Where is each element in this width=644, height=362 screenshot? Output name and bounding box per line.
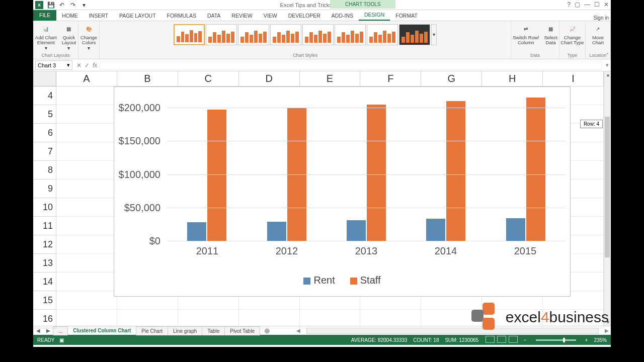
chart-style-1[interactable] (174, 24, 205, 45)
view-page-break-icon[interactable] (509, 336, 518, 343)
hscroll-left-icon[interactable]: ◀ (294, 328, 302, 333)
chart-style-3[interactable] (238, 24, 269, 45)
select-all-corner[interactable] (33, 71, 56, 86)
tab-page-layout[interactable]: PAGE LAYOUT (114, 11, 162, 21)
column-header-F[interactable]: F (360, 71, 421, 86)
column-header-D[interactable]: D (239, 71, 300, 86)
tab-add-ins[interactable]: ADD-INS (326, 11, 359, 21)
horizontal-scrollbar[interactable] (306, 328, 599, 334)
chart-bar-rent-2011[interactable] (187, 222, 206, 241)
zoom-out-icon[interactable]: − (524, 337, 527, 343)
column-header-H[interactable]: H (482, 71, 543, 86)
tab-review[interactable]: REVIEW (226, 11, 258, 21)
column-header-E[interactable]: E (300, 71, 361, 86)
switch-row-column-button[interactable]: ⇄Switch Row/ Column (511, 23, 541, 47)
chart-bar-rent-2013[interactable] (347, 220, 366, 241)
chart-bar-rent-2012[interactable] (267, 222, 286, 241)
macro-record-icon[interactable]: ▣ (59, 337, 64, 343)
expand-formula-bar-icon[interactable]: ▾ (604, 62, 611, 68)
chart-bar-staff-2013[interactable] (367, 105, 386, 241)
sheet-nav-next[interactable]: ▶ (43, 328, 53, 333)
zoom-level[interactable]: 235% (594, 337, 607, 343)
quick-layout-button[interactable]: ▦ Quick Layout▾ (60, 23, 78, 52)
chart-bar-rent-2014[interactable] (426, 219, 445, 241)
tab-formulas[interactable]: FORMULAS (162, 11, 202, 21)
name-box[interactable]: Chart 3▾ (35, 60, 72, 70)
chart-object[interactable]: $0$50,000$100,000$150,000$200,000 201120… (114, 86, 571, 297)
scroll-up-icon[interactable]: ▲ (606, 72, 610, 77)
row-header-9[interactable]: 9 (33, 179, 56, 198)
tab-insert[interactable]: INSERT (84, 11, 114, 21)
chart-style-6[interactable] (335, 24, 366, 45)
tab-file[interactable]: FILE (33, 10, 56, 21)
hscroll-right-icon[interactable]: ▶ (603, 328, 611, 333)
redo-icon[interactable]: ↷ (69, 2, 76, 9)
chart-bar-rent-2015[interactable] (506, 218, 525, 241)
chart-style-8[interactable] (399, 24, 430, 45)
vertical-scrollbar[interactable]: ▲ ▼ (604, 71, 611, 326)
row-header-15[interactable]: 15 (33, 291, 56, 310)
zoom-slider[interactable] (536, 339, 576, 341)
collapse-ribbon-icon[interactable]: ˄ (606, 52, 609, 58)
move-chart-button[interactable]: ↗Move Chart (590, 23, 606, 47)
chart-style-7[interactable] (367, 24, 398, 45)
undo-icon[interactable]: ↶ (58, 2, 65, 9)
chart-style-4[interactable] (270, 24, 301, 45)
add-chart-element-button[interactable]: 📊 Add Chart Element▾ (33, 23, 59, 52)
column-header-B[interactable]: B (117, 71, 178, 86)
zoom-in-icon[interactable]: + (585, 337, 588, 343)
sheet-nav-prev[interactable]: ◀ (33, 328, 43, 333)
column-header-A[interactable]: A (56, 71, 117, 86)
chart-legend[interactable]: Rent Staff (114, 275, 570, 286)
ribbon-options-icon[interactable]: ▢ (575, 1, 580, 8)
minimize-icon[interactable]: — (584, 1, 590, 8)
select-data-button[interactable]: ▦Select Data (542, 23, 559, 47)
view-normal-icon[interactable] (486, 336, 495, 343)
tab-developer[interactable]: DEVELOPER (283, 11, 326, 21)
chart-style-2[interactable] (206, 24, 237, 45)
change-colors-button[interactable]: 🎨 Change Colors▾ (78, 23, 99, 52)
close-icon[interactable]: ✕ (604, 1, 609, 8)
view-page-layout-icon[interactable] (497, 336, 506, 343)
column-header-C[interactable]: C (178, 71, 239, 86)
chart-style-5[interactable] (302, 24, 334, 45)
vertical-scroll-thumb[interactable] (605, 117, 610, 257)
zoom-slider-thumb[interactable] (563, 338, 565, 342)
change-chart-type-button[interactable]: 📈Change Chart Type (558, 23, 586, 47)
qat-dropdown-icon[interactable]: ▾ (80, 2, 88, 9)
row-header-4[interactable]: 4 (33, 86, 56, 105)
legend-staff: Staff (350, 275, 381, 286)
row-header-11[interactable]: 11 (33, 217, 56, 235)
row-header-13[interactable]: 13 (33, 254, 56, 273)
column-header-G[interactable]: G (421, 71, 482, 86)
row-header-7[interactable]: 7 (33, 142, 56, 161)
tab-view[interactable]: VIEW (258, 11, 283, 21)
scroll-down-icon[interactable]: ▼ (606, 320, 610, 325)
sign-in-link[interactable]: Sign in (593, 12, 609, 21)
chart-bar-staff-2011[interactable] (207, 110, 226, 241)
row-header-5[interactable]: 5 (33, 105, 56, 124)
tab-design[interactable]: DESIGN (359, 10, 390, 21)
maximize-icon[interactable]: ☐ (594, 1, 600, 8)
chart-bar-staff-2014[interactable] (446, 101, 465, 241)
fx-icon[interactable]: fx (93, 62, 97, 69)
row-header-16[interactable]: 16 (33, 310, 56, 328)
enter-formula-icon[interactable]: ✓ (85, 62, 90, 69)
namebox-dropdown-icon[interactable]: ▾ (67, 62, 70, 68)
chart-bar-staff-2015[interactable] (526, 98, 545, 241)
chart-styles-more-button[interactable]: ▾ (431, 24, 437, 45)
save-icon[interactable]: 💾 (47, 2, 54, 9)
row-header-6[interactable]: 6 (33, 124, 56, 142)
cancel-formula-icon[interactable]: ✕ (76, 62, 82, 69)
tab-home[interactable]: HOME (56, 11, 84, 21)
tab-data[interactable]: DATA (202, 11, 226, 21)
row-header-14[interactable]: 14 (33, 273, 56, 291)
help-icon[interactable]: ? (567, 1, 571, 8)
formula-input[interactable] (100, 61, 602, 70)
chart-plot-area[interactable] (168, 91, 565, 241)
row-header-10[interactable]: 10 (33, 198, 56, 217)
row-header-12[interactable]: 12 (33, 235, 56, 254)
row-header-8[interactable]: 8 (33, 161, 56, 179)
tab-format[interactable]: FORMAT (390, 11, 423, 21)
column-header-I[interactable]: I (543, 71, 604, 86)
